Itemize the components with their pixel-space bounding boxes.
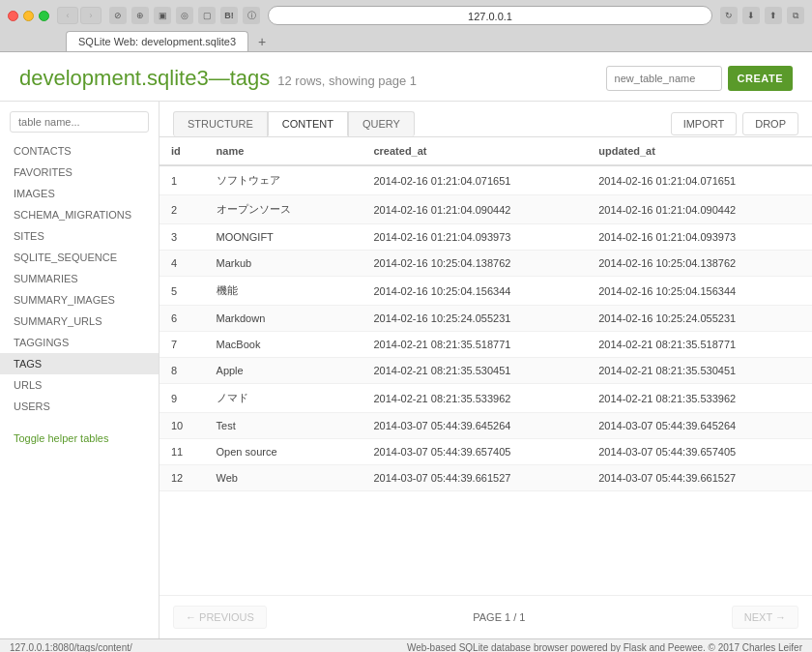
row-info: 12 rows, showing page 1 (277, 74, 417, 88)
table-search-input[interactable] (10, 111, 149, 133)
col-header-id: id (160, 137, 205, 165)
refresh-icon[interactable]: ↻ (720, 7, 738, 24)
sidebar-item-summary-images[interactable]: SUMMARY_IMAGES (0, 289, 159, 311)
cell-created-at: 2014-02-16 01:21:04.071651 (362, 165, 587, 195)
cell-id: 1 (160, 165, 205, 195)
back-button[interactable]: ‹ (57, 7, 78, 24)
cell-created-at: 2014-02-21 08:21:35.518771 (362, 332, 587, 358)
window-icon[interactable]: ▢ (198, 7, 216, 24)
sidebar-item-sqlite-sequence[interactable]: SQLITE_SEQUENCE (0, 247, 159, 268)
browser-chrome: ‹ › ⊘ ⊕ ▣ ◎ ▢ B! ⓘ 127.0.0.1 ↻ ⬇ ⬆ ⧉ SQL… (0, 0, 812, 52)
table-row[interactable]: 2 オープンソース 2014-02-16 01:21:04.090442 201… (160, 195, 812, 224)
table-row[interactable]: 3 MOONGIFT 2014-02-16 01:21:04.093973 20… (160, 224, 812, 251)
camera-icon[interactable]: ◎ (176, 7, 193, 24)
cell-updated-at: 2014-02-21 08:21:35.530451 (587, 358, 812, 384)
cell-created-at: 2014-03-07 05:44:39.661527 (362, 465, 587, 491)
tab-query[interactable]: QUERY (348, 111, 415, 136)
sidebar-item-users[interactable]: USERS (0, 396, 159, 417)
info-icon[interactable]: ⓘ (243, 7, 260, 24)
cell-name: ノマド (205, 384, 362, 413)
bookmark-icon[interactable]: B! (220, 7, 238, 24)
sidebar-item-taggings[interactable]: TAGGINGS (0, 332, 159, 353)
sidebar-item-sites[interactable]: SITES (0, 225, 159, 247)
drop-button[interactable]: DROP (742, 112, 798, 135)
cell-name: Markub (205, 251, 362, 277)
new-tab-button[interactable]: + (252, 32, 272, 51)
cell-name: MOONGIFT (205, 224, 362, 251)
cell-updated-at: 2014-03-07 05:44:39.661527 (587, 465, 812, 491)
close-traffic-light[interactable] (8, 11, 18, 21)
table-container: id name created_at updated_at 1 ソフトウェア 2… (160, 137, 812, 595)
col-header-name: name (205, 137, 362, 165)
create-button[interactable]: CREATE (728, 66, 793, 91)
table-row[interactable]: 7 MacBook 2014-02-21 08:21:35.518771 201… (160, 332, 812, 358)
table-row[interactable]: 11 Open source 2014-03-07 05:44:39.65740… (160, 439, 812, 465)
stop-icon[interactable]: ⊘ (109, 7, 127, 24)
cell-name: Web (205, 465, 362, 491)
cell-name: ソフトウェア (205, 165, 362, 195)
sidebar-item-summary-urls[interactable]: SUMMARY_URLS (0, 311, 159, 332)
pagination: ← PREVIOUS PAGE 1 / 1 NEXT → (160, 595, 812, 638)
cell-created-at: 2014-02-21 08:21:35.530451 (362, 358, 587, 384)
cell-updated-at: 2014-02-21 08:21:35.533962 (587, 384, 812, 413)
address-bar[interactable]: 127.0.0.1 (268, 6, 712, 25)
new-window-icon[interactable]: ⧉ (787, 7, 804, 24)
photo-icon[interactable]: ▣ (154, 7, 171, 24)
cell-id: 8 (160, 358, 205, 384)
table-row[interactable]: 12 Web 2014-03-07 05:44:39.661527 2014-0… (160, 465, 812, 491)
sidebar-item-images[interactable]: IMAGES (0, 183, 159, 204)
table-row[interactable]: 9 ノマド 2014-02-21 08:21:35.533962 2014-02… (160, 384, 812, 413)
cell-name: オープンソース (205, 195, 362, 224)
forward-button[interactable]: › (80, 7, 102, 24)
table-row[interactable]: 4 Markub 2014-02-16 10:25:04.138762 2014… (160, 251, 812, 277)
cell-id: 9 (160, 384, 205, 413)
sidebar-item-schema-migrations[interactable]: SCHEMA_MIGRATIONS (0, 204, 159, 225)
table-row[interactable]: 6 Markdown 2014-02-16 10:25:24.055231 20… (160, 306, 812, 332)
minimize-traffic-light[interactable] (23, 11, 34, 21)
cell-created-at: 2014-02-21 08:21:35.533962 (362, 384, 587, 413)
table-row[interactable]: 10 Test 2014-03-07 05:44:39.645264 2014-… (160, 413, 812, 439)
sidebar-search (10, 111, 149, 133)
cell-id: 6 (160, 306, 205, 332)
tab-structure[interactable]: STRUCTURE (173, 111, 268, 136)
share-icon[interactable]: ⬆ (765, 7, 782, 24)
new-table-input[interactable] (606, 66, 722, 91)
cell-created-at: 2014-02-16 01:21:04.093973 (362, 224, 587, 251)
toggle-helper-tables[interactable]: Toggle helper tables (0, 425, 159, 452)
browser-tools: ⊘ ⊕ ▣ ◎ ▢ B! ⓘ (109, 7, 260, 24)
table-row[interactable]: 5 機能 2014-02-16 10:25:04.156344 2014-02-… (160, 277, 812, 306)
app-header: development.sqlite3 — tags 12 rows, show… (0, 52, 812, 102)
next-button[interactable]: NEXT → (732, 606, 798, 629)
cell-id: 10 (160, 413, 205, 439)
cell-updated-at: 2014-03-07 05:44:39.657405 (587, 439, 812, 465)
title-section: development.sqlite3 — tags 12 rows, show… (19, 66, 417, 91)
sidebar: CONTACTS FAVORITES IMAGES SCHEMA_MIGRATI… (0, 102, 160, 638)
cell-updated-at: 2014-03-07 05:44:39.645264 (587, 413, 812, 439)
cell-created-at: 2014-02-16 10:25:04.156344 (362, 277, 587, 306)
status-footer: Web-based SQLite database browser powere… (407, 642, 802, 652)
sidebar-item-summaries[interactable]: SUMMARIES (0, 268, 159, 289)
sidebar-item-contacts[interactable]: CONTACTS (0, 140, 159, 162)
maximize-traffic-light[interactable] (39, 11, 49, 21)
prev-button[interactable]: ← PREVIOUS (173, 606, 267, 629)
sidebar-item-favorites[interactable]: FAVORITES (0, 162, 159, 183)
table-row[interactable]: 1 ソフトウェア 2014-02-16 01:21:04.071651 2014… (160, 165, 812, 195)
cell-name: 機能 (205, 277, 362, 306)
cell-created-at: 2014-03-07 05:44:39.645264 (362, 413, 587, 439)
cell-created-at: 2014-02-16 10:25:04.138762 (362, 251, 587, 277)
sidebar-item-urls[interactable]: URLS (0, 374, 159, 396)
import-button[interactable]: IMPORT (671, 112, 738, 135)
download-icon[interactable]: ⬇ (742, 7, 760, 24)
cell-id: 7 (160, 332, 205, 358)
layers-icon[interactable]: ⊕ (131, 7, 149, 24)
table-row[interactable]: 8 Apple 2014-02-21 08:21:35.530451 2014-… (160, 358, 812, 384)
tab-content[interactable]: CONTENT (268, 111, 348, 136)
sidebar-item-tags[interactable]: TAGS (0, 353, 159, 374)
col-header-updated: updated_at (587, 137, 812, 165)
active-tab[interactable]: SQLite Web: development.sqlite3 (66, 31, 248, 51)
title-dash: — (209, 66, 230, 91)
cell-created-at: 2014-03-07 05:44:39.657405 (362, 439, 587, 465)
cell-id: 4 (160, 251, 205, 277)
cell-id: 3 (160, 224, 205, 251)
tab-bar: STRUCTURE CONTENT QUERY IMPORT DROP (160, 102, 812, 137)
